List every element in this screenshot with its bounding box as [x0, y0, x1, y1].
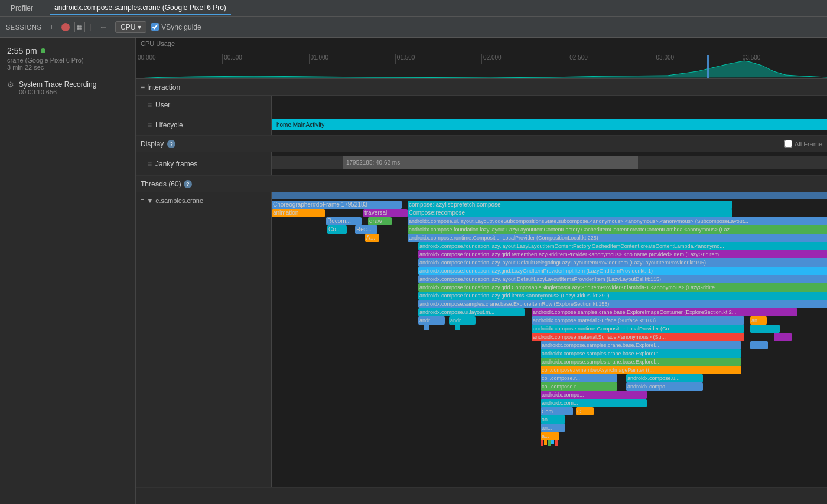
janky-text: Janky frames: [155, 160, 197, 168]
time-value: 2:55 pm: [7, 46, 37, 55]
flame-item[interactable]: C...: [576, 407, 594, 415]
thread-label-col: ≡ ▼ e.samples.crane: [136, 192, 272, 487]
threads-section-header: Threads (60) ?: [136, 176, 827, 192]
flame-item[interactable]: [774, 333, 792, 341]
vsync-label[interactable]: VSync guide: [151, 23, 201, 31]
flame-item[interactable]: coil.compose.r...: [541, 382, 617, 391]
lifecycle-label: ≡ Lifecycle: [136, 114, 272, 135]
flame-item[interactable]: Co...: [327, 225, 347, 234]
flame-item[interactable]: coil.compose.r...: [541, 374, 617, 382]
flame-item[interactable]: androidx.compose.material.Surface.<anony…: [532, 333, 744, 341]
flame-item[interactable]: andr...: [418, 316, 445, 325]
flame-item[interactable]: androidx.compose.runtime.CompositionLoca…: [408, 234, 827, 242]
flame-item[interactable]: androidx.compose.material.Surface (Surfa…: [532, 316, 744, 325]
recording-dot-icon: [41, 48, 45, 53]
flame-item[interactable]: [750, 341, 768, 349]
stop-recording-button[interactable]: [61, 23, 70, 31]
back-button[interactable]: ←: [96, 21, 110, 33]
display-help-icon[interactable]: ?: [167, 140, 175, 148]
flame-item[interactable]: a...: [541, 432, 559, 440]
flame-item[interactable]: Recom...: [326, 217, 362, 225]
all-frames-checkbox[interactable]: [784, 140, 792, 148]
cpu-usage-label: CPU Usage: [141, 40, 175, 47]
flame-item[interactable]: Compose:recompose: [408, 209, 732, 217]
cpu-dropdown[interactable]: CPU ▾: [115, 21, 146, 33]
flame-item[interactable]: an...: [541, 415, 565, 424]
cpu-graph: [136, 60, 827, 78]
flame-item[interactable]: androidx.compose.u...: [626, 374, 703, 382]
user-content[interactable]: [272, 96, 827, 114]
add-session-button[interactable]: +: [46, 21, 57, 32]
flame-item[interactable]: androidx.compose.foundation.lazy.layout.…: [418, 242, 827, 250]
vsync-text: VSync guide: [161, 23, 201, 31]
flame-item[interactable]: androidx.compose.foundation.lazy.layout.…: [418, 258, 827, 267]
title-bar: Profiler androidx.compose.samples.crane …: [0, 0, 827, 17]
janky-content[interactable]: 17952185: 40.62 ms: [272, 152, 827, 175]
timeline-container[interactable]: ≡ Interaction ≡ User ≡ Lifecycle: [136, 79, 827, 504]
interaction-menu-icon[interactable]: ≡: [141, 83, 145, 91]
vsync-checkbox[interactable]: [151, 23, 159, 31]
display-section-header: Display ? All Frame: [136, 136, 827, 152]
janky-frames-row: ≡ Janky frames 17952185: 40.62 ms: [136, 152, 827, 176]
thread-name: e.samples.crane: [155, 197, 203, 204]
flame-item[interactable]: Choreographer#doFrame 17952183: [272, 201, 402, 209]
flame-item[interactable]: Com...: [541, 407, 573, 415]
flame-item[interactable]: androidx.compose.samples.crane.base.Expl…: [541, 341, 741, 349]
flame-item[interactable]: an...: [541, 424, 565, 432]
toolbar: SESSIONS + ▦ | ← CPU ▾ VSync guide: [0, 17, 827, 38]
janky-value: 17952185: 40.62 ms: [346, 159, 400, 166]
flame-item[interactable]: androidx.compose.foundation.lazy.grid.La…: [418, 267, 827, 275]
user-menu-icon[interactable]: ≡: [148, 101, 152, 109]
flame-item[interactable]: androidx.compose.ui.layout.m...: [418, 308, 525, 316]
flame-item[interactable]: androidx.compose.samples.crane.base.Expl…: [541, 349, 741, 358]
tab-app[interactable]: androidx.compose.samples.crane (Google P…: [50, 1, 231, 15]
flame-item[interactable]: animation: [272, 209, 325, 217]
flame-item[interactable]: coil.compose.rememberAsyncImagePainter (…: [541, 366, 741, 374]
flame-mini-bars: [541, 440, 558, 446]
cpu-usage-panel: CPU Usage 00.000 00.500 01.000 01.500 02…: [136, 38, 827, 79]
user-row: ≡ User: [136, 96, 827, 114]
flame-chart[interactable]: Choreographer#doFrame 17952183 compose:l…: [272, 192, 827, 487]
flame-item[interactable]: androidx.compose.samples.crane.base.Expl…: [541, 358, 741, 366]
flame-item[interactable]: androidx.compose.ui.layout.LayoutNodeSub…: [408, 217, 827, 225]
user-label: ≡ User: [136, 96, 272, 114]
interaction-section-header: ≡ Interaction: [136, 79, 827, 96]
thread-section: ≡ ▼ e.samples.crane Choreographer#doFram…: [136, 192, 827, 488]
cpu-dropdown-arrow: ▾: [138, 23, 141, 31]
all-frames-checkbox-label[interactable]: All Frame: [784, 140, 822, 148]
flame-item[interactable]: androidx.compose.samples.crane.base.Expl…: [532, 308, 797, 316]
session-time: 2:55 pm crane (Google Pixel 6 Pro) 3 min…: [0, 42, 135, 74]
flame-item[interactable]: andr...: [449, 316, 476, 325]
flame-item[interactable]: an...: [750, 316, 767, 325]
threads-help-icon[interactable]: ?: [184, 180, 192, 188]
flame-item[interactable]: androidx.compose.foundation.lazy.grid.it…: [418, 292, 827, 300]
flame-item[interactable]: androidx.com...: [541, 399, 647, 407]
device-name: crane (Google Pixel 6 Pro): [7, 57, 128, 64]
layout-toggle-button[interactable]: ▦: [74, 22, 85, 32]
janky-menu-icon[interactable]: ≡: [148, 160, 152, 168]
lifecycle-content[interactable]: home.MainActivity: [272, 114, 827, 135]
flame-item[interactable]: androidx.compose.foundation.lazy.grid.re…: [418, 250, 827, 258]
flame-item[interactable]: androidx.compose.samples.crane.base.Expl…: [418, 300, 827, 308]
cpu-label: CPU: [121, 23, 135, 31]
flame-item[interactable]: androidx.compose.foundation.lazy.grid.Co…: [418, 283, 827, 292]
flame-item[interactable]: androidx.compo...: [626, 382, 703, 391]
flame-item[interactable]: androidx.compose.runtime.CompositionLoca…: [532, 325, 744, 333]
thread-expand-arrow[interactable]: ▼: [146, 197, 153, 204]
user-text: User: [155, 101, 170, 109]
flame-item[interactable]: androidx.compose.foundation.lazy.layout.…: [408, 225, 827, 234]
cpu-spike: [707, 55, 709, 78]
flame-item[interactable]: draw: [368, 217, 392, 225]
flame-item[interactable]: Rec...: [355, 225, 377, 234]
recording-name: System Trace Recording: [19, 80, 96, 89]
flame-item[interactable]: compose:lazylist:prefetch:compose: [408, 201, 732, 209]
flame-item[interactable]: traversal: [363, 209, 408, 217]
flame-item[interactable]: A...: [365, 234, 379, 242]
flame-item[interactable]: androidx.compo...: [541, 391, 647, 399]
flame-item[interactable]: androidx.compose.foundation.lazy.layout.…: [418, 275, 827, 283]
thread-menu-icon[interactable]: ≡: [141, 197, 144, 204]
recording-item[interactable]: ⚙ System Trace Recording 00:00:10.656: [0, 77, 135, 99]
lifecycle-menu-icon[interactable]: ≡: [148, 121, 152, 129]
tab-profiler[interactable]: Profiler: [6, 2, 38, 15]
flame-item[interactable]: [750, 325, 780, 333]
